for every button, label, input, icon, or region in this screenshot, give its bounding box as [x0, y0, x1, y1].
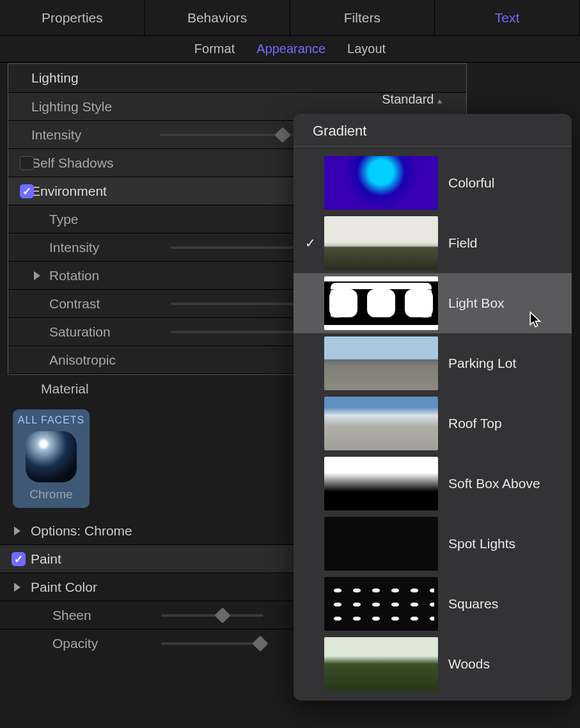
popup-item-field[interactable]: ✓Field: [294, 213, 572, 273]
env-rotation-label: Rotation: [49, 268, 171, 283]
subtab-layout[interactable]: Layout: [347, 42, 386, 56]
opacity-slider[interactable]: [161, 642, 263, 645]
environment-thumbnail: [324, 577, 438, 631]
popup-item-label: Colorful: [448, 175, 494, 191]
environment-thumbnail: [324, 336, 438, 390]
cursor-icon: [529, 312, 544, 328]
tab-behaviors[interactable]: Behaviors: [145, 0, 290, 35]
environment-thumbnail: [324, 397, 438, 450]
env-contrast-label: Contrast: [49, 296, 171, 312]
popup-title: Gradient: [294, 114, 572, 146]
material-preview-icon: [26, 431, 77, 482]
popup-item-soft-box-above[interactable]: Soft Box Above: [294, 454, 572, 514]
options-label: Options: Chrome: [23, 523, 132, 539]
lighting-header: Lighting: [8, 64, 466, 93]
paint-color-label: Paint Color: [23, 580, 97, 595]
checkmark-icon: ✓: [304, 235, 317, 251]
paint-label: Paint: [23, 551, 61, 567]
lighting-style-label: Lighting Style: [31, 99, 159, 115]
disclosure-triangle-icon[interactable]: [14, 526, 20, 535]
environment-thumbnail: [324, 156, 438, 210]
text-sub-tabs: Format Appearance Layout: [0, 36, 580, 63]
lighting-intensity-label: Intensity: [31, 127, 159, 143]
env-contrast-slider[interactable]: [171, 303, 305, 305]
subtab-appearance[interactable]: Appearance: [256, 42, 325, 56]
env-saturation-label: Saturation: [49, 324, 171, 340]
disclosure-triangle-icon[interactable]: [14, 583, 20, 592]
disclosure-triangle-icon[interactable]: [34, 271, 40, 280]
environment-thumbnail: [324, 517, 438, 571]
environment-label: Environment: [31, 184, 159, 199]
lighting-intensity-slider[interactable]: [159, 134, 294, 136]
material-swatch[interactable]: ALL FACETS Chrome: [13, 409, 90, 508]
opacity-label: Opacity: [52, 636, 161, 651]
paint-checkbox[interactable]: [12, 552, 26, 566]
popup-item-woods[interactable]: Woods: [294, 634, 572, 694]
environment-checkbox[interactable]: [20, 184, 34, 198]
all-facets-label: ALL FACETS: [13, 415, 90, 426]
popup-list: Colorful✓FieldLight BoxParking LotRoof T…: [294, 146, 572, 694]
tab-text[interactable]: Text: [435, 0, 580, 35]
popup-item-label: Squares: [448, 596, 498, 612]
popup-item-label: Roof Top: [448, 416, 502, 431]
environment-thumbnail: [324, 216, 438, 270]
environment-thumbnail: [324, 457, 438, 510]
popup-item-label: Light Box: [448, 296, 505, 311]
tab-filters[interactable]: Filters: [290, 0, 435, 35]
popup-item-squares[interactable]: Squares: [294, 574, 572, 634]
env-saturation-slider[interactable]: [171, 331, 305, 333]
sheen-slider[interactable]: [161, 614, 263, 617]
material-name: Chrome: [13, 487, 90, 502]
popup-item-roof-top[interactable]: Roof Top: [294, 393, 572, 454]
popup-item-label: Parking Lot: [448, 356, 516, 371]
environment-thumbnail: [324, 637, 438, 691]
sheen-label: Sheen: [52, 608, 161, 623]
popup-item-label: Soft Box Above: [448, 476, 540, 491]
popup-item-label: Woods: [448, 656, 490, 672]
popup-item-parking-lot[interactable]: Parking Lot: [294, 333, 572, 393]
environment-thumbnail: [324, 276, 438, 330]
popup-item-label: Spot Lights: [448, 536, 515, 551]
env-intensity-label: Intensity: [49, 240, 171, 255]
self-shadows-checkbox[interactable]: [20, 156, 34, 170]
env-type-label: Type: [49, 212, 171, 227]
subtab-format[interactable]: Format: [194, 42, 235, 56]
environment-type-popup: Gradient Colorful✓FieldLight BoxParking …: [294, 114, 572, 700]
inspector-top-tabs: Properties Behaviors Filters Text: [0, 0, 580, 36]
popup-item-label: Field: [448, 235, 478, 251]
self-shadows-label: Self Shadows: [31, 155, 159, 171]
popup-item-spot-lights[interactable]: Spot Lights: [294, 514, 572, 574]
tab-properties[interactable]: Properties: [0, 0, 145, 35]
popup-item-colorful[interactable]: Colorful: [294, 153, 572, 213]
env-intensity-slider[interactable]: [171, 246, 305, 249]
env-anisotropic-label: Anisotropic: [49, 352, 171, 368]
